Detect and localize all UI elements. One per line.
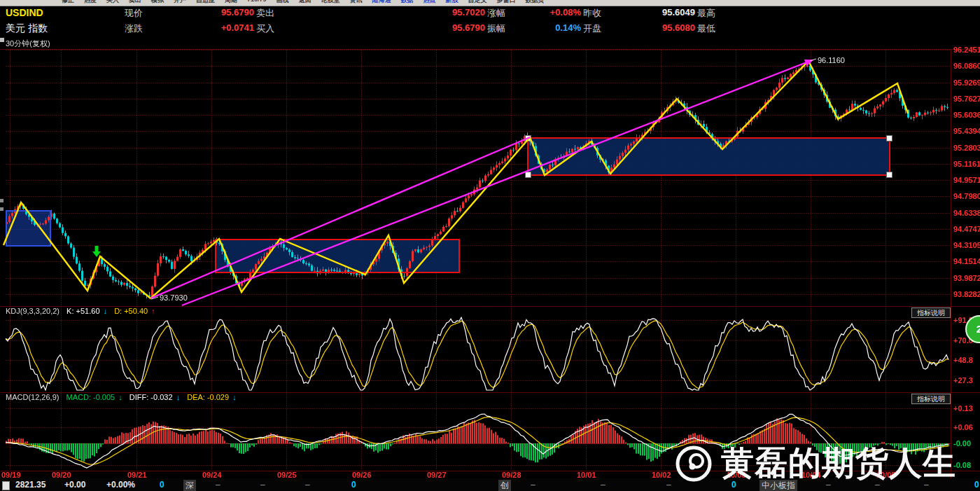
toolbar-item[interactable]: 周期 bbox=[225, 0, 237, 5]
symbol-code[interactable]: USDIND bbox=[6, 7, 43, 18]
status-value: – bbox=[260, 480, 265, 490]
arrow-down-icon: ↓ bbox=[118, 393, 122, 401]
toolbar-item[interactable]: 新股 bbox=[446, 0, 458, 5]
macd-axis-label: +0.13 bbox=[953, 404, 980, 413]
macd-title: MACD(12,26,9) bbox=[6, 393, 59, 401]
watermark-text: 黄磊的期货人生 bbox=[721, 441, 956, 485]
macd-dea-value: DEA: -0.029 bbox=[187, 393, 229, 401]
kdj-k-value: K: +51.60 bbox=[66, 307, 99, 315]
status-value: – bbox=[531, 480, 536, 490]
toolbar-item[interactable]: 返回 bbox=[299, 0, 312, 5]
macd-axis-label: -0.00 bbox=[953, 439, 980, 448]
toolbar-item[interactable]: 修正 bbox=[62, 0, 74, 5]
status-value: +0.00 bbox=[64, 480, 85, 490]
arrow-down-icon: ↓ bbox=[176, 393, 181, 401]
quote-field-label: 最低 bbox=[697, 22, 715, 35]
arrow-down-icon: ↓ bbox=[104, 307, 108, 315]
symbol-name[interactable]: 美元 指数 bbox=[6, 22, 48, 35]
status-bar-icon bbox=[2, 481, 10, 490]
low-point-label: 93.7930 bbox=[160, 293, 188, 302]
toolbar-item[interactable]: 自定义 bbox=[468, 0, 487, 5]
status-value: – bbox=[216, 480, 220, 490]
status-value: – bbox=[666, 480, 671, 490]
toolbar-item[interactable]: 热度 bbox=[84, 0, 97, 5]
status-value: – bbox=[305, 480, 310, 490]
chart-canvas[interactable] bbox=[0, 0, 980, 491]
price-axis-label: 93.8282 bbox=[953, 290, 980, 298]
kdj-d-value: D: +50.40 bbox=[114, 307, 148, 315]
quote-field-label: 昨收 bbox=[583, 7, 601, 20]
status-value: +0.00% bbox=[106, 480, 135, 490]
status-index-value: 0 bbox=[160, 480, 164, 490]
price-axis-label: 94.3105 bbox=[953, 241, 980, 249]
quote-field-value: +0.08% bbox=[504, 7, 581, 18]
quote-field-label: 涨幅 bbox=[487, 7, 505, 20]
box-resize-handle[interactable] bbox=[525, 172, 531, 178]
box-resize-handle[interactable] bbox=[525, 135, 531, 141]
box-resize-handle[interactable] bbox=[886, 135, 892, 141]
box-resize-handle[interactable] bbox=[886, 172, 892, 178]
macd-indicator-help-button[interactable]: 指标说明 bbox=[911, 394, 951, 404]
period-label[interactable]: 30分钟(复权) bbox=[6, 39, 50, 49]
quote-field-value: 95.6790 bbox=[177, 7, 254, 18]
quote-field-label: 涨跌 bbox=[125, 22, 143, 35]
quote-field-label: 最高 bbox=[697, 7, 715, 20]
kdj-header: KDJ(9,3,3,20,2) K: +51.60 ↓ D: +50.40 ↑ bbox=[6, 307, 160, 315]
toolbar-item[interactable]: 多窗口 bbox=[497, 0, 516, 5]
status-value: – bbox=[601, 480, 606, 490]
top-toolbar[interactable]: 修正热度买入卖出模拟开户自适应周期710/79画线返回论股堂资讯陆海通数据热点新… bbox=[0, 0, 980, 6]
window-chrome-fragment bbox=[0, 207, 4, 211]
toolbar-item[interactable]: 卖出 bbox=[129, 0, 141, 5]
quote-field-value: 95.7020 bbox=[408, 7, 485, 18]
quote-field-value: 95.6920 bbox=[952, 7, 980, 18]
price-axis-label: 96.2451 bbox=[953, 46, 980, 54]
macd-value: MACD: -0.005 bbox=[66, 393, 115, 401]
watermark: 黄磊的期货人生 bbox=[673, 440, 956, 486]
toolbar-item[interactable]: 陆海通 bbox=[372, 0, 391, 5]
price-axis-label: 94.9571 bbox=[953, 176, 980, 184]
toolbar-item[interactable]: 论股堂 bbox=[321, 0, 340, 5]
toolbar-item[interactable]: 自适应 bbox=[196, 0, 215, 5]
quote-field-value: 95.6049 bbox=[618, 7, 695, 18]
watermark-eye-logo bbox=[673, 443, 714, 483]
quote-field-value: 0.14% bbox=[504, 22, 581, 33]
drawing-blue-box[interactable] bbox=[6, 210, 51, 247]
toolbar-item[interactable]: 资讯 bbox=[350, 0, 363, 5]
macd-diff-value: DIFF: -0.032 bbox=[130, 393, 173, 401]
macd-header: MACD(12,26,9) MACD: -0.005 ↓ DIFF: -0.03… bbox=[6, 393, 241, 401]
price-axis-label: 95.1161 bbox=[953, 160, 980, 168]
price-axis-label: 94.6338 bbox=[953, 209, 980, 217]
arrow-down-icon: ↓ bbox=[232, 393, 237, 401]
toolbar-item[interactable]: 模拟 bbox=[151, 0, 164, 5]
macd-axis-label: +0.06 bbox=[953, 423, 980, 431]
quote-field-label: 开盘 bbox=[583, 22, 601, 35]
drawing-range-box-1[interactable] bbox=[215, 239, 460, 273]
quote-header: USDIND 美元 指数 现价95.6790卖出95.7020涨幅+0.08%昨… bbox=[0, 6, 980, 38]
kdj-axis-label: +48.8 bbox=[953, 356, 980, 364]
toolbar-item[interactable]: 画线 bbox=[276, 0, 289, 5]
quote-field-value: 95.6080 bbox=[618, 22, 695, 33]
toolbar-item[interactable]: 买入 bbox=[106, 0, 119, 5]
status-index-value: 0 bbox=[351, 480, 356, 490]
quote-field-label: 买入 bbox=[256, 22, 274, 35]
price-axis-label: 94.1514 bbox=[953, 257, 980, 265]
window-chrome-fragment bbox=[0, 199, 4, 202]
toolbar-item[interactable]: 数据 bbox=[401, 0, 414, 5]
toolbar-item[interactable]: 热点 bbox=[424, 0, 436, 5]
price-axis-label: 96.0860 bbox=[953, 62, 980, 70]
status-value: 2821.35 bbox=[15, 480, 46, 490]
price-axis-label: 93.9872 bbox=[953, 274, 980, 282]
status-market-tab[interactable]: 深 bbox=[183, 480, 196, 491]
quote-field-label: 振幅 bbox=[487, 22, 505, 35]
price-axis-label: 95.7627 bbox=[953, 95, 980, 103]
kdj-indicator-help-button[interactable]: 指标说明 bbox=[911, 307, 951, 318]
price-axis-label: 95.2803 bbox=[953, 144, 980, 152]
status-index-value: 0 bbox=[974, 480, 979, 490]
status-market-tab[interactable]: 创 bbox=[498, 480, 511, 491]
toolbar-item[interactable]: 数据页 bbox=[526, 0, 545, 5]
drawing-range-box-2[interactable] bbox=[527, 137, 890, 176]
toolbar-item[interactable]: 710/79 bbox=[247, 0, 267, 5]
macd-axis-label: -0.08 bbox=[953, 461, 980, 469]
price-axis-label: 94.4747 bbox=[953, 225, 980, 233]
toolbar-item[interactable]: 开户 bbox=[174, 0, 186, 5]
